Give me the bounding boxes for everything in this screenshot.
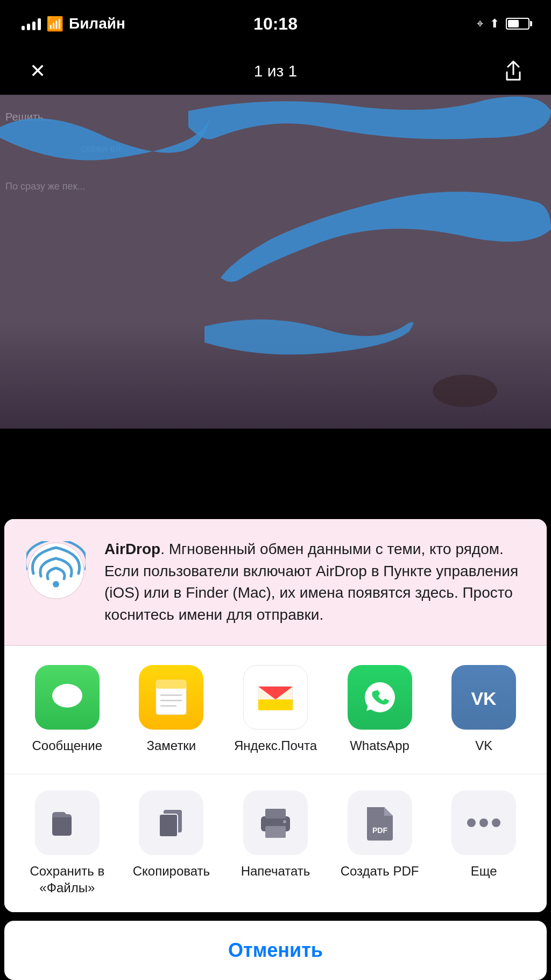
wifi-icon: 📶 — [46, 16, 63, 32]
whatsapp-icon — [348, 665, 412, 730]
svg-point-25 — [492, 818, 500, 827]
airdrop-section: AirDrop. Мгновенный обмен данными с теми… — [4, 519, 547, 646]
app-item-yandex-mail[interactable]: Яндекс.Почта — [232, 665, 319, 754]
svg-point-24 — [479, 818, 488, 827]
share-button[interactable] — [497, 55, 529, 87]
messages-label: Сообщение — [32, 737, 102, 754]
more-svg-icon — [465, 816, 503, 830]
battery-fill — [508, 20, 519, 27]
action-print[interactable]: Напечатать — [227, 790, 324, 879]
print-svg-icon — [258, 807, 293, 839]
svg-rect-20 — [265, 826, 286, 838]
apps-row: Сообщение — [15, 665, 536, 754]
copy-icon — [139, 790, 203, 855]
svg-point-0 — [28, 543, 84, 599]
more-label: Еще — [471, 863, 497, 879]
yandex-mail-app-icon — [254, 676, 297, 719]
svg-point-2 — [52, 684, 82, 708]
bottom-sheet: AirDrop. Мгновенный обмен данными с теми… — [0, 519, 551, 980]
create-pdf-icon: PDF — [348, 790, 412, 855]
pdf-svg-icon: PDF — [365, 805, 395, 841]
scribble-overlay — [0, 95, 551, 429]
copy-svg-icon — [156, 807, 186, 839]
signal-bar-1 — [22, 26, 25, 30]
whatsapp-label: WhatsApp — [350, 737, 409, 754]
messages-app-icon — [48, 678, 87, 717]
actions-section: Сохранить в «Файлы» Скопировать — [4, 774, 547, 912]
yandex-mail-label: Яндекс.Почта — [234, 737, 317, 754]
airdrop-description: AirDrop. Мгновенный обмен данными с теми… — [104, 538, 527, 626]
svg-text:PDF: PDF — [372, 826, 387, 835]
vk-app-icon: VK — [463, 676, 505, 718]
actions-row: Сохранить в «Файлы» Скопировать — [15, 790, 536, 896]
app-item-whatsapp[interactable]: WhatsApp — [337, 665, 423, 754]
cancel-button[interactable]: Отменить — [4, 921, 547, 980]
airdrop-icon — [26, 541, 86, 600]
notes-icon — [139, 665, 203, 730]
share-sheet: AirDrop. Мгновенный обмен данными с теми… — [4, 519, 547, 912]
app-item-notes[interactable]: Заметки — [128, 665, 214, 754]
status-time: 10:18 — [253, 14, 298, 34]
apps-section: Сообщение — [4, 646, 547, 774]
airdrop-title: AirDrop — [104, 541, 160, 557]
vk-icon: VK — [451, 665, 516, 730]
close-button[interactable]: ✕ — [22, 55, 54, 87]
svg-rect-19 — [265, 809, 286, 818]
airdrop-icon-container — [24, 538, 88, 603]
svg-point-23 — [467, 818, 476, 827]
status-left: 📶 Билайн — [22, 15, 125, 32]
action-create-pdf[interactable]: PDF Создать PDF — [331, 790, 428, 879]
yandex-mail-icon — [243, 665, 308, 730]
vk-label: VK — [475, 737, 492, 754]
copy-label: Скопировать — [133, 863, 210, 879]
notes-label: Заметки — [146, 737, 196, 754]
signal-bar-3 — [32, 22, 36, 30]
airdrop-body: . Мгновенный обмен данными с теми, кто р… — [104, 541, 518, 623]
cancel-label: Отменить — [228, 939, 323, 962]
nav-title: 1 из 1 — [254, 62, 298, 80]
svg-rect-5 — [156, 680, 186, 689]
save-files-label: Сохранить в «Файлы» — [19, 863, 116, 896]
battery-icon — [506, 18, 529, 30]
signal-bars — [22, 17, 41, 30]
signal-bar-2 — [27, 24, 30, 30]
action-save-files[interactable]: Сохранить в «Файлы» — [19, 790, 116, 896]
print-icon — [243, 790, 308, 855]
image-area: Решить... скажи ей... По сразу же пек... — [0, 95, 551, 429]
svg-rect-17 — [159, 814, 178, 837]
share-icon — [504, 60, 523, 82]
more-icon — [451, 790, 516, 855]
whatsapp-app-icon — [359, 676, 401, 718]
print-label: Напечатать — [241, 863, 310, 879]
svg-text:VK: VK — [471, 688, 497, 709]
carrier-name: Билайн — [69, 15, 125, 32]
notes-app-icon — [150, 676, 193, 719]
action-more[interactable]: Еще — [435, 790, 532, 879]
svg-point-1 — [53, 581, 59, 587]
create-pdf-label: Создать PDF — [341, 863, 419, 879]
status-bar: 📶 Билайн 10:18 ⌖ ⬆ — [0, 0, 551, 47]
navigation-icon: ⬆ — [490, 17, 499, 31]
svg-point-21 — [283, 820, 286, 823]
signal-bar-4 — [38, 18, 41, 30]
status-right: ⌖ ⬆ — [477, 17, 529, 31]
folder-icon — [51, 809, 83, 837]
location-icon: ⌖ — [477, 17, 483, 31]
nav-bar: ✕ 1 из 1 — [0, 47, 551, 95]
app-item-vk[interactable]: VK VK — [441, 665, 527, 754]
svg-rect-12 — [258, 699, 293, 710]
save-files-icon — [35, 790, 100, 855]
action-copy[interactable]: Скопировать — [123, 790, 220, 879]
messages-icon — [35, 665, 100, 730]
app-item-messages[interactable]: Сообщение — [24, 665, 110, 754]
